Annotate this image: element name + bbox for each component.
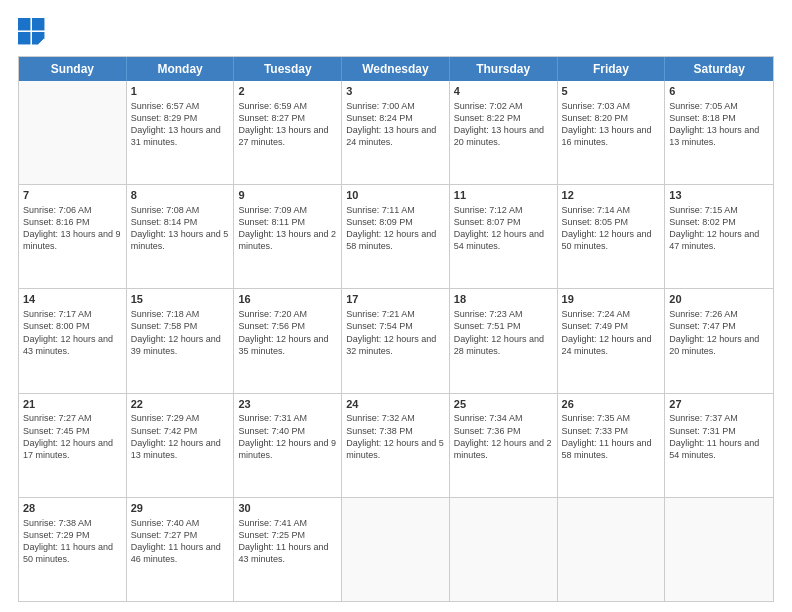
day-number: 4 bbox=[454, 84, 553, 99]
cell-info: Sunrise: 6:57 AMSunset: 8:29 PMDaylight:… bbox=[131, 100, 230, 149]
day-number: 13 bbox=[669, 188, 769, 203]
day-cell-15: 15Sunrise: 7:18 AMSunset: 7:58 PMDayligh… bbox=[127, 289, 235, 392]
day-number: 25 bbox=[454, 397, 553, 412]
day-cell-10: 10Sunrise: 7:11 AMSunset: 8:09 PMDayligh… bbox=[342, 185, 450, 288]
cell-info: Sunrise: 7:20 AMSunset: 7:56 PMDaylight:… bbox=[238, 308, 337, 357]
logo-icon bbox=[18, 18, 46, 46]
day-number: 26 bbox=[562, 397, 661, 412]
day-number: 9 bbox=[238, 188, 337, 203]
day-number: 7 bbox=[23, 188, 122, 203]
cell-info: Sunrise: 7:29 AMSunset: 7:42 PMDaylight:… bbox=[131, 412, 230, 461]
day-number: 24 bbox=[346, 397, 445, 412]
header-day-saturday: Saturday bbox=[665, 57, 773, 81]
cell-info: Sunrise: 7:09 AMSunset: 8:11 PMDaylight:… bbox=[238, 204, 337, 253]
cell-info: Sunrise: 7:27 AMSunset: 7:45 PMDaylight:… bbox=[23, 412, 122, 461]
header-day-tuesday: Tuesday bbox=[234, 57, 342, 81]
day-cell-6: 6Sunrise: 7:05 AMSunset: 8:18 PMDaylight… bbox=[665, 81, 773, 184]
calendar-header: SundayMondayTuesdayWednesdayThursdayFrid… bbox=[19, 57, 773, 81]
day-number: 30 bbox=[238, 501, 337, 516]
day-number: 19 bbox=[562, 292, 661, 307]
day-cell-2: 2Sunrise: 6:59 AMSunset: 8:27 PMDaylight… bbox=[234, 81, 342, 184]
cell-info: Sunrise: 7:34 AMSunset: 7:36 PMDaylight:… bbox=[454, 412, 553, 461]
cell-info: Sunrise: 7:41 AMSunset: 7:25 PMDaylight:… bbox=[238, 517, 337, 566]
cell-info: Sunrise: 7:14 AMSunset: 8:05 PMDaylight:… bbox=[562, 204, 661, 253]
day-cell-7: 7Sunrise: 7:06 AMSunset: 8:16 PMDaylight… bbox=[19, 185, 127, 288]
day-number: 3 bbox=[346, 84, 445, 99]
day-cell-24: 24Sunrise: 7:32 AMSunset: 7:38 PMDayligh… bbox=[342, 394, 450, 497]
day-cell-empty-4-3 bbox=[342, 498, 450, 601]
calendar-week-5: 28Sunrise: 7:38 AMSunset: 7:29 PMDayligh… bbox=[19, 498, 773, 601]
day-cell-16: 16Sunrise: 7:20 AMSunset: 7:56 PMDayligh… bbox=[234, 289, 342, 392]
page: SundayMondayTuesdayWednesdayThursdayFrid… bbox=[0, 0, 792, 612]
day-cell-8: 8Sunrise: 7:08 AMSunset: 8:14 PMDaylight… bbox=[127, 185, 235, 288]
day-number: 1 bbox=[131, 84, 230, 99]
day-cell-23: 23Sunrise: 7:31 AMSunset: 7:40 PMDayligh… bbox=[234, 394, 342, 497]
cell-info: Sunrise: 7:40 AMSunset: 7:27 PMDaylight:… bbox=[131, 517, 230, 566]
day-number: 6 bbox=[669, 84, 769, 99]
cell-info: Sunrise: 7:17 AMSunset: 8:00 PMDaylight:… bbox=[23, 308, 122, 357]
svg-rect-1 bbox=[32, 18, 44, 30]
day-number: 20 bbox=[669, 292, 769, 307]
cell-info: Sunrise: 7:00 AMSunset: 8:24 PMDaylight:… bbox=[346, 100, 445, 149]
day-number: 12 bbox=[562, 188, 661, 203]
day-cell-5: 5Sunrise: 7:03 AMSunset: 8:20 PMDaylight… bbox=[558, 81, 666, 184]
day-number: 28 bbox=[23, 501, 122, 516]
cell-info: Sunrise: 7:31 AMSunset: 7:40 PMDaylight:… bbox=[238, 412, 337, 461]
day-cell-29: 29Sunrise: 7:40 AMSunset: 7:27 PMDayligh… bbox=[127, 498, 235, 601]
day-cell-19: 19Sunrise: 7:24 AMSunset: 7:49 PMDayligh… bbox=[558, 289, 666, 392]
cell-info: Sunrise: 7:24 AMSunset: 7:49 PMDaylight:… bbox=[562, 308, 661, 357]
header-day-sunday: Sunday bbox=[19, 57, 127, 81]
day-number: 14 bbox=[23, 292, 122, 307]
day-cell-27: 27Sunrise: 7:37 AMSunset: 7:31 PMDayligh… bbox=[665, 394, 773, 497]
day-cell-25: 25Sunrise: 7:34 AMSunset: 7:36 PMDayligh… bbox=[450, 394, 558, 497]
day-cell-12: 12Sunrise: 7:14 AMSunset: 8:05 PMDayligh… bbox=[558, 185, 666, 288]
logo bbox=[18, 18, 50, 46]
cell-info: Sunrise: 7:15 AMSunset: 8:02 PMDaylight:… bbox=[669, 204, 769, 253]
calendar-week-4: 21Sunrise: 7:27 AMSunset: 7:45 PMDayligh… bbox=[19, 394, 773, 498]
cell-info: Sunrise: 7:32 AMSunset: 7:38 PMDaylight:… bbox=[346, 412, 445, 461]
day-cell-22: 22Sunrise: 7:29 AMSunset: 7:42 PMDayligh… bbox=[127, 394, 235, 497]
cell-info: Sunrise: 7:26 AMSunset: 7:47 PMDaylight:… bbox=[669, 308, 769, 357]
header-day-thursday: Thursday bbox=[450, 57, 558, 81]
calendar-week-1: 1Sunrise: 6:57 AMSunset: 8:29 PMDaylight… bbox=[19, 81, 773, 185]
cell-info: Sunrise: 7:38 AMSunset: 7:29 PMDaylight:… bbox=[23, 517, 122, 566]
cell-info: Sunrise: 7:35 AMSunset: 7:33 PMDaylight:… bbox=[562, 412, 661, 461]
calendar: SundayMondayTuesdayWednesdayThursdayFrid… bbox=[18, 56, 774, 602]
cell-info: Sunrise: 7:21 AMSunset: 7:54 PMDaylight:… bbox=[346, 308, 445, 357]
day-cell-14: 14Sunrise: 7:17 AMSunset: 8:00 PMDayligh… bbox=[19, 289, 127, 392]
header-day-wednesday: Wednesday bbox=[342, 57, 450, 81]
svg-rect-0 bbox=[18, 18, 30, 30]
day-cell-21: 21Sunrise: 7:27 AMSunset: 7:45 PMDayligh… bbox=[19, 394, 127, 497]
day-cell-26: 26Sunrise: 7:35 AMSunset: 7:33 PMDayligh… bbox=[558, 394, 666, 497]
day-cell-11: 11Sunrise: 7:12 AMSunset: 8:07 PMDayligh… bbox=[450, 185, 558, 288]
cell-info: Sunrise: 7:12 AMSunset: 8:07 PMDaylight:… bbox=[454, 204, 553, 253]
day-cell-4: 4Sunrise: 7:02 AMSunset: 8:22 PMDaylight… bbox=[450, 81, 558, 184]
day-cell-empty-4-5 bbox=[558, 498, 666, 601]
header-day-monday: Monday bbox=[127, 57, 235, 81]
cell-info: Sunrise: 7:11 AMSunset: 8:09 PMDaylight:… bbox=[346, 204, 445, 253]
calendar-week-2: 7Sunrise: 7:06 AMSunset: 8:16 PMDaylight… bbox=[19, 185, 773, 289]
day-cell-30: 30Sunrise: 7:41 AMSunset: 7:25 PMDayligh… bbox=[234, 498, 342, 601]
day-cell-empty-4-4 bbox=[450, 498, 558, 601]
cell-info: Sunrise: 7:02 AMSunset: 8:22 PMDaylight:… bbox=[454, 100, 553, 149]
cell-info: Sunrise: 6:59 AMSunset: 8:27 PMDaylight:… bbox=[238, 100, 337, 149]
day-number: 29 bbox=[131, 501, 230, 516]
cell-info: Sunrise: 7:23 AMSunset: 7:51 PMDaylight:… bbox=[454, 308, 553, 357]
day-number: 22 bbox=[131, 397, 230, 412]
day-number: 15 bbox=[131, 292, 230, 307]
day-number: 11 bbox=[454, 188, 553, 203]
cell-info: Sunrise: 7:08 AMSunset: 8:14 PMDaylight:… bbox=[131, 204, 230, 253]
day-cell-28: 28Sunrise: 7:38 AMSunset: 7:29 PMDayligh… bbox=[19, 498, 127, 601]
cell-info: Sunrise: 7:05 AMSunset: 8:18 PMDaylight:… bbox=[669, 100, 769, 149]
day-number: 8 bbox=[131, 188, 230, 203]
day-cell-empty-0-0 bbox=[19, 81, 127, 184]
day-cell-3: 3Sunrise: 7:00 AMSunset: 8:24 PMDaylight… bbox=[342, 81, 450, 184]
day-cell-17: 17Sunrise: 7:21 AMSunset: 7:54 PMDayligh… bbox=[342, 289, 450, 392]
day-number: 5 bbox=[562, 84, 661, 99]
day-number: 17 bbox=[346, 292, 445, 307]
day-number: 21 bbox=[23, 397, 122, 412]
day-cell-empty-4-6 bbox=[665, 498, 773, 601]
cell-info: Sunrise: 7:37 AMSunset: 7:31 PMDaylight:… bbox=[669, 412, 769, 461]
svg-rect-2 bbox=[18, 32, 30, 44]
day-number: 23 bbox=[238, 397, 337, 412]
